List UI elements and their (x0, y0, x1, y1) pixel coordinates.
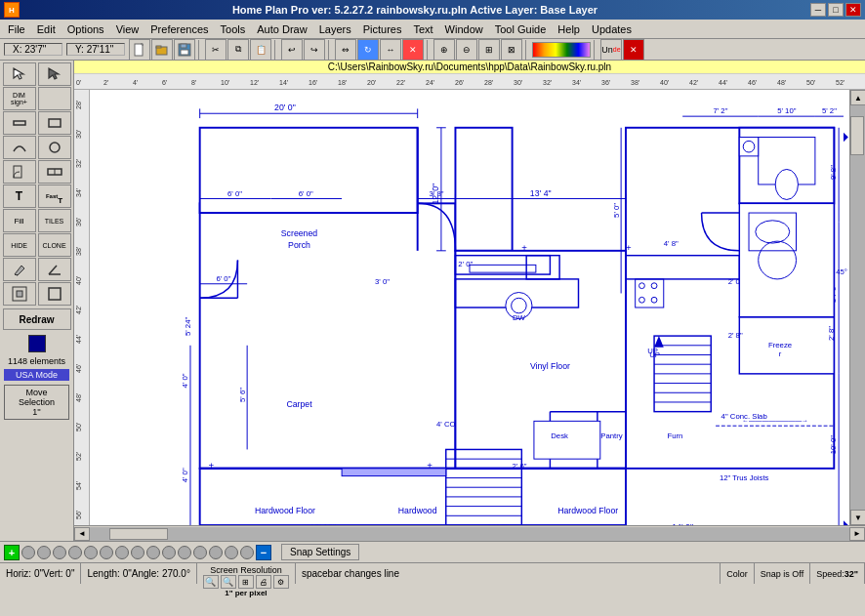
tb-zoom-ext[interactable]: ⊞ (478, 39, 500, 61)
scroll-left-button[interactable]: ◄ (74, 527, 90, 541)
h-scrollbar: ◄ ► (74, 525, 865, 541)
scroll-up-button[interactable]: ▲ (850, 90, 865, 105)
tool-fill[interactable]: Fill (3, 209, 36, 232)
color-swatch[interactable] (28, 335, 46, 352)
svg-rect-211 (739, 203, 834, 316)
tool-snap[interactable] (3, 282, 36, 306)
menu-tools[interactable]: Tools (215, 21, 252, 37)
scroll-thumb-right[interactable] (850, 116, 864, 155)
tool-dim[interactable]: DIMsign+ (3, 87, 36, 110)
menu-window[interactable]: Window (439, 21, 489, 37)
dot10[interactable] (162, 546, 176, 559)
zoom-out-btn[interactable]: 🔍 (221, 575, 236, 589)
close-button[interactable]: ✕ (845, 3, 861, 17)
tb-open[interactable] (151, 39, 173, 61)
dot12[interactable] (193, 546, 207, 559)
maximize-button[interactable]: □ (828, 3, 844, 17)
dot8[interactable] (131, 546, 144, 559)
tb-redo2[interactable]: ✕ (623, 39, 644, 61)
print-btn[interactable]: 🖨 (256, 575, 271, 589)
dot7[interactable] (115, 546, 129, 559)
tb-zoom-in[interactable]: ⊕ (433, 39, 455, 61)
tb-undo2[interactable]: Unde (600, 39, 622, 61)
floor-plan-canvas[interactable]: 20' 0" 6' 0" 6' 0" 13' 4" 3' 8" (90, 90, 849, 525)
tb-paste[interactable]: 📋 (250, 39, 271, 61)
tool-pencil[interactable] (3, 258, 36, 281)
minimize-button[interactable]: ─ (810, 3, 826, 17)
tool-move[interactable] (38, 62, 71, 86)
dot14[interactable] (225, 546, 238, 559)
menu-preferences[interactable]: Preferences (144, 21, 214, 37)
tool-text[interactable]: T (3, 185, 36, 208)
settings-btn[interactable]: ⚙ (273, 575, 289, 589)
h-scroll-thumb[interactable] (109, 528, 168, 540)
menu-help[interactable]: Help (552, 21, 586, 37)
scroll-right-button[interactable]: ► (849, 527, 865, 541)
dot6[interactable] (100, 546, 113, 559)
tb-undo[interactable]: ↩ (281, 39, 303, 61)
tb-zoom-out[interactable]: ⊖ (456, 39, 477, 61)
dot5[interactable] (84, 546, 98, 559)
redraw-button[interactable]: Redraw (3, 308, 71, 330)
minus-point-button[interactable]: − (256, 545, 271, 560)
svg-text:Desk: Desk (551, 431, 568, 440)
tb-cut[interactable]: ✂ (205, 39, 227, 61)
tb-copy[interactable]: ⧉ (227, 39, 249, 61)
tool-box[interactable] (38, 282, 71, 306)
svg-rect-70 (200, 469, 626, 525)
dot9[interactable] (146, 546, 160, 559)
dot15[interactable] (240, 546, 254, 559)
tool-fast-text[interactable]: FastT (38, 185, 71, 208)
menu-options[interactable]: Options (62, 21, 110, 37)
tool-circle[interactable] (38, 136, 71, 159)
tool-window[interactable] (38, 160, 71, 184)
tool-door[interactable] (3, 160, 36, 184)
tool-polyline[interactable] (38, 111, 71, 135)
menu-text[interactable]: Text (407, 21, 438, 37)
tb-rotate[interactable]: ↻ (357, 39, 379, 61)
tb-save[interactable] (174, 39, 195, 61)
dot2[interactable] (37, 546, 51, 559)
svg-text:4' 0": 4' 0" (181, 373, 189, 388)
scroll-down-button[interactable]: ▼ (850, 510, 865, 525)
menu-layers[interactable]: Layers (313, 21, 357, 37)
tool-hide[interactable]: HIDE (3, 233, 36, 257)
dot4[interactable] (68, 546, 82, 559)
right-scrollbar: ▲ ▼ (849, 90, 865, 525)
tool-blank[interactable] (38, 87, 71, 110)
menu-pictures[interactable]: Pictures (357, 21, 408, 37)
menu-updates[interactable]: Updates (586, 21, 638, 37)
tool-tiles[interactable]: TILES (38, 209, 71, 232)
menu-tool-guide[interactable]: Tool Guide (489, 21, 553, 37)
menu-auto-draw[interactable]: Auto Draw (251, 21, 312, 37)
tool-clone[interactable]: CLONE (38, 233, 71, 257)
tb-delete[interactable]: ✕ (402, 39, 424, 61)
color-button[interactable]: Color (721, 563, 755, 584)
tool-line[interactable] (3, 111, 36, 135)
tool-angle[interactable] (38, 258, 71, 281)
dot3[interactable] (53, 546, 66, 559)
move-selection[interactable]: Move Selection 1'' (4, 385, 69, 420)
tb-redo[interactable]: ↪ (304, 39, 325, 61)
tb-sep3 (328, 40, 332, 60)
dot13[interactable] (209, 546, 223, 559)
tb-stretch[interactable]: ↔ (380, 39, 401, 61)
svg-text:20': 20' (367, 79, 376, 86)
menu-edit[interactable]: Edit (31, 21, 62, 37)
menu-file[interactable]: File (2, 21, 31, 37)
svg-text:Hardwood Floor: Hardwood Floor (255, 506, 315, 515)
tb-color-bar[interactable] (532, 42, 591, 58)
tb-pan[interactable]: ⊠ (501, 39, 522, 61)
dot1[interactable] (21, 546, 35, 559)
tb-mirror[interactable]: ⇔ (335, 39, 356, 61)
zoom-ext-btn[interactable]: ⊞ (238, 575, 254, 589)
tool-arc[interactable] (3, 136, 36, 159)
dot11[interactable] (178, 546, 191, 559)
zoom-in-btn[interactable]: 🔍 (203, 575, 219, 589)
menu-view[interactable]: View (110, 21, 145, 37)
tb-new[interactable] (129, 39, 150, 61)
tool-select[interactable] (3, 62, 36, 86)
add-point-button[interactable]: + (4, 545, 20, 560)
snap-settings-button[interactable]: Snap Settings (281, 544, 359, 560)
title-bar: H Home Plan Pro ver: 5.2.27.2 rainbowsky… (0, 0, 865, 20)
